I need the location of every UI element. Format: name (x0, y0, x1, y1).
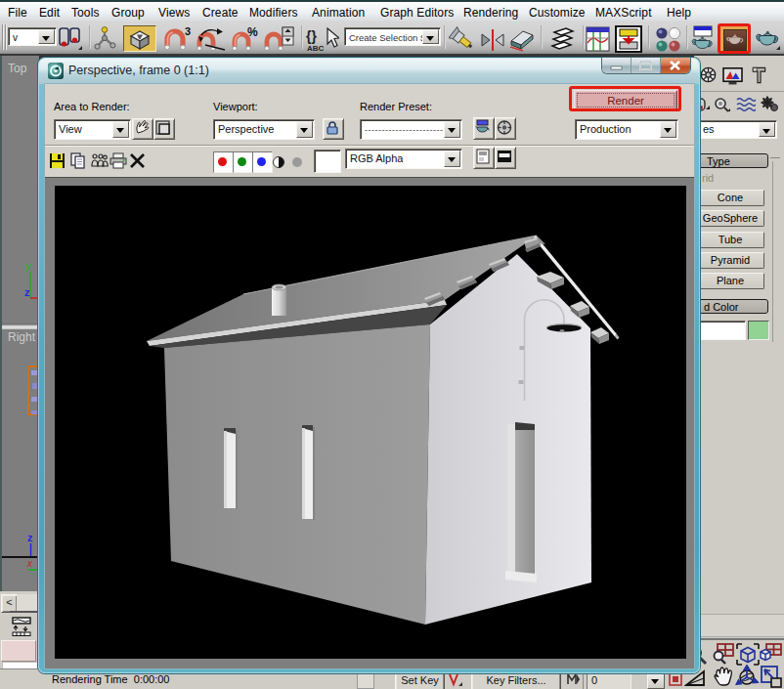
svg-text:{}: {} (306, 28, 317, 44)
svg-text:z: z (27, 532, 33, 543)
svg-text:3: 3 (185, 25, 191, 37)
svg-text:%: % (247, 25, 258, 39)
svg-text:y: y (24, 260, 32, 272)
svg-text:ABC: ABC (307, 44, 325, 53)
svg-text:z: z (24, 286, 30, 298)
svg-text:x: x (26, 558, 33, 569)
